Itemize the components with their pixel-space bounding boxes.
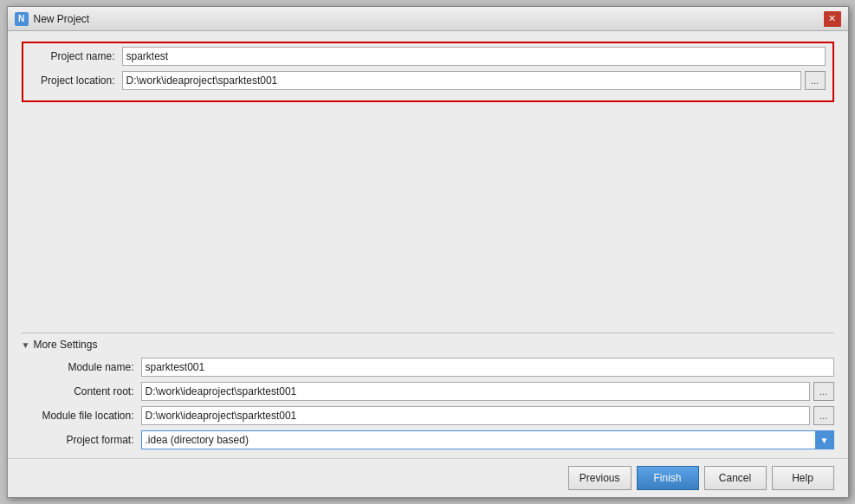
previous-button[interactable]: Previous [568,466,632,490]
project-format-input-wrap: .idea (directory based) ▼ [141,430,834,449]
cancel-button[interactable]: Cancel [704,466,767,490]
more-settings-section: ▼ More Settings Module name: Content roo… [22,333,834,451]
module-name-row: Module name: [29,358,834,377]
content-root-label: Content root: [29,385,141,397]
module-name-input[interactable] [141,358,834,377]
project-location-row: Project location: ... [27,71,826,90]
project-format-select[interactable]: .idea (directory based) [141,430,834,449]
module-file-location-input[interactable] [141,406,810,425]
new-project-dialog: N New Project ✕ Project name: Project lo… [7,6,849,498]
settings-content: Module name: Content root: ... Module fi… [22,358,834,451]
project-location-input[interactable] [122,71,801,90]
help-button[interactable]: Help [772,466,834,490]
project-location-label: Project location: [27,74,122,87]
dialog-body: Project name: Project location: ... ▼ Mo… [8,31,848,458]
content-root-row: Content root: ... [29,382,834,401]
module-file-location-browse-button[interactable]: ... [813,406,834,425]
module-file-location-input-wrap: ... [141,406,834,425]
dialog-footer: Previous Finish Cancel Help [8,458,848,497]
dialog-icon: N [15,12,29,26]
close-button[interactable]: ✕ [824,11,841,27]
project-format-select-wrap: .idea (directory based) ▼ [141,430,834,449]
project-name-label: Project name: [27,50,122,62]
finish-button[interactable]: Finish [637,466,699,490]
content-root-input-wrap: ... [141,382,834,401]
project-name-input[interactable] [122,47,826,66]
module-name-label: Module name: [29,361,141,373]
body-spacer [22,109,834,333]
more-settings-label: More Settings [33,339,97,351]
title-bar: N New Project ✕ [8,7,848,31]
title-bar-left: N New Project [15,12,90,26]
project-location-browse-button[interactable]: ... [805,71,826,90]
module-file-location-row: Module file location: ... [29,406,834,425]
required-fields-group: Project name: Project location: ... [22,42,834,102]
module-name-input-wrap [141,358,834,377]
project-name-input-wrap [122,47,826,66]
project-format-row: Project format: .idea (directory based) … [29,430,834,449]
project-name-row: Project name: [27,47,826,66]
content-root-input[interactable] [141,382,810,401]
more-settings-header[interactable]: ▼ More Settings [22,339,834,351]
module-file-location-label: Module file location: [29,410,141,422]
collapse-triangle-icon: ▼ [22,340,30,350]
content-root-browse-button[interactable]: ... [813,382,834,401]
dialog-title: New Project [34,13,90,25]
project-format-label: Project format: [29,434,141,446]
project-location-input-wrap: ... [122,71,826,90]
